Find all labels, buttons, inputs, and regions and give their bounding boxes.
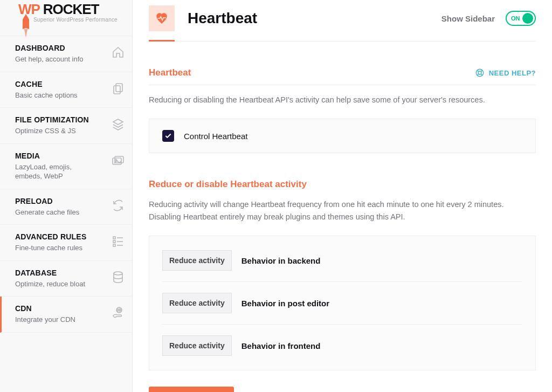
sidebar-item-label: MEDIA [15, 152, 96, 160]
sidebar-item-advanced-rules[interactable]: ADVANCED RULES Fine-tune cache rules [0, 225, 132, 261]
section-title: Heartbeat [149, 67, 191, 78]
sidebar-item-cache[interactable]: CACHE Basic cache options [0, 72, 132, 108]
behavior-row-frontend: Reduce activity Behavior in frontend [162, 325, 522, 367]
need-help-label: NEED HELP? [489, 69, 536, 77]
section-desc: Reducing activity will change Heartbeat … [149, 198, 536, 223]
behavior-label: Behavior in frontend [242, 341, 321, 350]
refresh-icon [112, 199, 125, 212]
behavior-select-post-editor[interactable]: Reduce activity [162, 293, 232, 313]
sidebar-item-label: ADVANCED RULES [15, 232, 86, 241]
svg-line-18 [481, 74, 482, 75]
sidebar-item-label: FILE OPTIMIZATION [15, 115, 89, 124]
hand-globe-icon [112, 306, 125, 319]
behavior-label: Behavior in backend [242, 256, 321, 265]
main-content: Heartbeat Show Sidebar ON Heartbeat NEED… [133, 0, 552, 392]
sidebar-item-label: DATABASE [15, 269, 85, 277]
sidebar-item-sub: Basic cache options [15, 91, 78, 100]
section-title: Reduce or disable Heartbeat activity [149, 179, 536, 190]
page-title: Heartbeat [188, 10, 257, 27]
svg-point-14 [478, 71, 481, 74]
svg-line-17 [477, 74, 479, 75]
copy-icon [112, 82, 125, 95]
svg-rect-1 [114, 86, 120, 94]
behavior-box: Reduce activity Behavior in backend Redu… [149, 236, 536, 370]
sidebar: WP ROCKET Superior WordPress Performance… [0, 0, 133, 392]
sidebar-item-dashboard[interactable]: DASHBOARD Get help, account info [0, 36, 132, 72]
behavior-label: Behavior in post editor [242, 299, 329, 308]
sidebar-item-label: CACHE [15, 80, 78, 88]
svg-line-16 [481, 70, 482, 72]
toggle-knob [522, 13, 533, 24]
sidebar-item-preload[interactable]: PRELOAD Generate cache files [0, 189, 132, 225]
svg-line-15 [477, 70, 479, 72]
lifebuoy-icon [475, 68, 485, 78]
database-icon [112, 271, 125, 284]
section-reduce-activity: Reduce or disable Heartbeat activity Red… [149, 179, 536, 392]
heartbeat-icon [149, 5, 175, 31]
sidebar-item-sub: Integrate your CDN [15, 315, 75, 325]
svg-rect-6 [113, 240, 115, 243]
page-header: Heartbeat Show Sidebar ON [149, 5, 536, 42]
images-icon [112, 154, 125, 167]
toggle-on-text: ON [511, 15, 520, 22]
control-heartbeat-row: Control Heartbeat [149, 119, 536, 153]
sidebar-item-file-optimization[interactable]: FILE OPTIMIZATION Optimize CSS & JS [0, 108, 132, 144]
behavior-select-backend[interactable]: Reduce activity [162, 250, 232, 271]
behavior-row-backend: Reduce activity Behavior in backend [162, 239, 522, 282]
sidebar-item-sub: LazyLoad, emojis, embeds, WebP [15, 162, 96, 181]
save-changes-button[interactable]: SAVE CHANGES [149, 387, 234, 392]
svg-rect-7 [113, 244, 115, 246]
brand-logo: WP ROCKET Superior WordPress Performance [0, 0, 132, 28]
show-sidebar-toggle[interactable]: ON [506, 11, 536, 26]
sidebar-item-sub: Generate cache files [15, 208, 79, 217]
control-heartbeat-label: Control Heartbeat [184, 132, 247, 141]
need-help-link[interactable]: NEED HELP? [475, 68, 536, 78]
section-desc: Reducing or disabling the Heartbeat API'… [149, 94, 536, 106]
sidebar-item-sub: Optimize, reduce bloat [15, 279, 85, 289]
sidebar-item-sub: Get help, account info [15, 54, 83, 64]
brand-rocket: ROCKET [43, 1, 99, 17]
show-sidebar-label: Show Sidebar [441, 14, 495, 23]
brand-tagline: Superior WordPress Performance [33, 17, 132, 23]
sidebar-nav: DASHBOARD Get help, account info CACHE B… [0, 36, 132, 333]
svg-rect-0 [116, 84, 122, 92]
sidebar-item-sub: Optimize CSS & JS [15, 126, 89, 136]
behavior-row-post-editor: Reduce activity Behavior in post editor [162, 282, 522, 325]
section-heartbeat: Heartbeat NEED HELP? Reducing or disabli… [149, 67, 536, 153]
list-icon [112, 235, 125, 247]
sidebar-item-media[interactable]: MEDIA LazyLoad, emojis, embeds, WebP [0, 144, 132, 189]
check-icon [164, 132, 172, 140]
sidebar-item-label: CDN [15, 304, 75, 313]
sidebar-item-label: PRELOAD [15, 197, 79, 205]
home-icon [112, 46, 125, 59]
sidebar-item-sub: Fine-tune cache rules [15, 243, 86, 253]
svg-point-11 [114, 272, 122, 275]
svg-rect-5 [113, 237, 115, 239]
behavior-select-frontend[interactable]: Reduce activity [162, 335, 232, 356]
control-heartbeat-checkbox[interactable] [162, 130, 174, 142]
rocket-icon [20, 14, 31, 38]
sidebar-item-cdn[interactable]: CDN Integrate your CDN [0, 297, 132, 333]
sidebar-item-database[interactable]: DATABASE Optimize, reduce bloat [0, 261, 132, 297]
layers-icon [112, 118, 125, 130]
sidebar-item-label: DASHBOARD [15, 44, 83, 52]
